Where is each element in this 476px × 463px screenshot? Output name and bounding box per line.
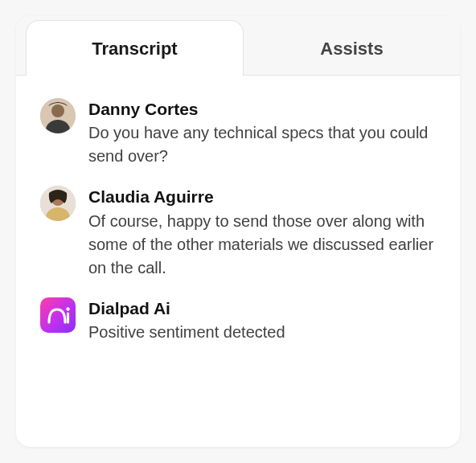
avatar: [40, 98, 76, 133]
svg-point-6: [66, 307, 69, 310]
transcript-entry: Danny Cortes Do you have any technical s…: [40, 98, 436, 168]
transcript-card: Transcript Assists Danny Cortes Do you h…: [16, 16, 460, 447]
tab-bar: Transcript Assists: [16, 16, 460, 76]
entry-body: Dialpad Ai Positive sentiment detected: [88, 297, 436, 344]
tab-transcript[interactable]: Transcript: [26, 20, 244, 76]
tab-assists-label: Assists: [320, 39, 383, 59]
transcript-panel: Danny Cortes Do you have any technical s…: [16, 76, 460, 378]
tab-transcript-label: Transcript: [92, 39, 177, 59]
tab-assists[interactable]: Assists: [244, 21, 460, 76]
avatar: [40, 186, 76, 221]
transcript-entry: Dialpad Ai Positive sentiment detected: [40, 297, 436, 344]
svg-point-1: [51, 104, 64, 117]
speaker-name: Danny Cortes: [88, 98, 436, 120]
speaker-text: Of course, happy to send those over alon…: [88, 210, 436, 280]
speaker-name: Dialpad Ai: [88, 297, 436, 319]
ai-glyph-icon: [40, 297, 76, 333]
speaker-name: Claudia Aguirre: [88, 186, 436, 207]
avatar-icon: [40, 186, 76, 221]
entry-body: Claudia Aguirre Of course, happy to send…: [88, 186, 436, 279]
dialpad-ai-icon: [40, 297, 76, 333]
speaker-text: Positive sentiment detected: [88, 321, 436, 344]
avatar-icon: [40, 98, 76, 133]
transcript-entry: Claudia Aguirre Of course, happy to send…: [40, 186, 436, 279]
entry-body: Danny Cortes Do you have any technical s…: [88, 98, 436, 168]
speaker-text: Do you have any technical specs that you…: [88, 121, 436, 168]
